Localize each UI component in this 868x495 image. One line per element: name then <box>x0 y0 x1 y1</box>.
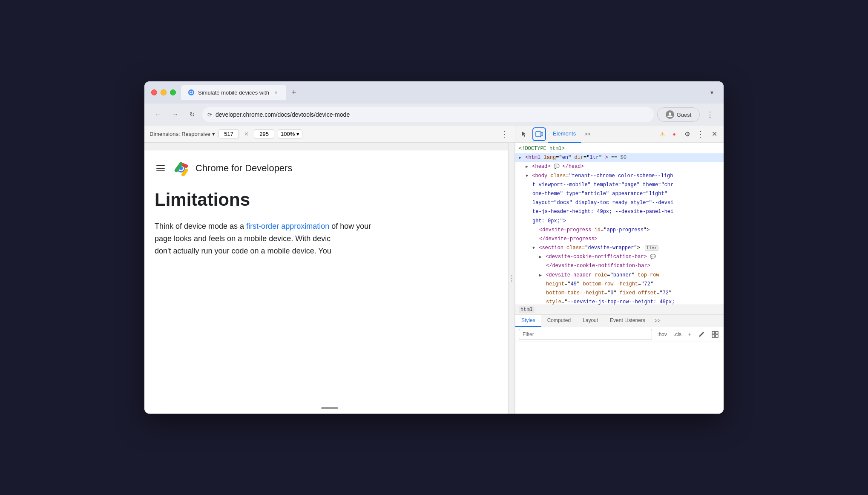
tab-elements[interactable]: Elements <box>548 126 581 143</box>
page-viewport: Dimensions: Responsive ▾ ✕ 100% ▾ ⋮ <box>144 126 515 414</box>
hamburger-line <box>156 165 165 166</box>
cursor-icon <box>521 131 528 138</box>
styles-filter-input[interactable] <box>519 329 652 340</box>
dom-line: t viewport--mobile" template="page" them… <box>515 181 724 190</box>
dom-line: ▶ <devsite-header role="banner" top-row-… <box>515 271 724 280</box>
devtools-close-button[interactable]: ✕ <box>708 128 720 140</box>
chrome-logo-icon <box>173 161 189 176</box>
page-paragraph-3: don't actually run your code on a mobile… <box>155 245 505 257</box>
resize-handle[interactable] <box>321 407 338 409</box>
dom-line: ght: 0px;"> <box>515 217 724 226</box>
devtools-more-button[interactable]: ⋮ <box>695 128 707 140</box>
dom-line: style="--devsite-js-top-row--height: 49p… <box>515 298 724 305</box>
body-text-1: Think of device mode as a <box>155 222 246 230</box>
device-mode-button[interactable] <box>532 127 546 141</box>
back-button[interactable]: ← <box>151 108 165 121</box>
dom-line: ▼ <section class="devsite-wrapper"> flex <box>515 244 724 253</box>
tab-computed[interactable]: Computed <box>541 315 577 327</box>
new-style-rule-icon <box>712 331 719 338</box>
refresh-button[interactable]: ↻ <box>185 108 199 121</box>
devtools-panel: Elements >> ⚠ ● ⚙ ⋮ <box>515 126 724 414</box>
warning-button[interactable]: ⚠ <box>657 129 667 139</box>
zoom-dropdown[interactable]: 100% ▾ <box>278 130 302 138</box>
zoom-label: 100% <box>281 131 295 137</box>
error-button[interactable]: ● <box>669 129 679 139</box>
svg-rect-12 <box>712 335 715 337</box>
browser-more-button[interactable]: ⋮ <box>703 108 717 121</box>
dom-line: <devsite-progress id="app-progress"> <box>515 226 724 235</box>
profile-label: Guest <box>677 112 692 118</box>
cls-filter-button[interactable]: .cls <box>672 331 683 338</box>
address-bar[interactable]: ⟳ developer.chrome.com/docs/devtools/dev… <box>202 107 654 122</box>
dom-line: ome-theme" type="article" appearance="li… <box>515 190 724 199</box>
dimensions-separator: ✕ <box>244 131 249 137</box>
body-link[interactable]: first-order approximation <box>246 222 329 230</box>
styles-tabs-more-button[interactable]: >> <box>651 315 664 326</box>
page-paragraph-2: page looks and feels on a mobile device.… <box>155 233 505 245</box>
tab-title: Simulate mobile devices with <box>198 89 269 96</box>
devtools-tabs: Elements >> <box>548 126 655 143</box>
window-dropdown-button[interactable]: ▾ <box>707 87 717 98</box>
hov-filter-button[interactable]: :hov <box>655 331 669 338</box>
dimensions-dropdown[interactable]: Dimensions: Responsive ▾ <box>149 131 215 137</box>
layout-tab-label: Layout <box>583 317 598 323</box>
tab-event-listeners[interactable]: Event Listeners <box>604 315 651 327</box>
address-url: developer.chrome.com/docs/devtools/devic… <box>216 111 350 118</box>
dom-viewer[interactable]: <!DOCTYPE html> ▶ <html lang="en" dir="l… <box>515 143 724 305</box>
minimize-button[interactable] <box>161 89 167 95</box>
hamburger-line <box>156 170 165 171</box>
add-style-button[interactable]: + <box>687 331 693 338</box>
maximize-button[interactable] <box>170 89 176 95</box>
hamburger-menu-button[interactable] <box>155 164 167 173</box>
svg-point-3 <box>669 112 671 115</box>
new-tab-button[interactable]: + <box>288 86 300 98</box>
main-content: Dimensions: Responsive ▾ ✕ 100% ▾ ⋮ <box>144 126 724 414</box>
height-input[interactable] <box>254 130 274 138</box>
resize-dot <box>511 278 512 279</box>
expand-arrow-icon: ▶ <box>539 255 542 259</box>
device-toolbar: Dimensions: Responsive ▾ ✕ 100% ▾ ⋮ <box>144 126 515 143</box>
profile-button[interactable]: Guest <box>657 107 700 122</box>
settings-gear-icon: ⚙ <box>684 130 690 138</box>
dom-line: layout="docs" display-toc ready style="-… <box>515 199 724 207</box>
devtools-settings-button[interactable]: ⚙ <box>681 128 693 140</box>
device-mode-icon <box>535 130 543 138</box>
browser-window: Simulate mobile devices with × + ▾ ← → ↻… <box>144 81 724 414</box>
dom-line: <!DOCTYPE html> <box>515 144 724 153</box>
forward-button[interactable]: → <box>168 108 182 121</box>
styles-action-1-button[interactable] <box>696 329 707 340</box>
width-input[interactable] <box>218 130 239 138</box>
styles-action-2-button[interactable] <box>710 329 720 340</box>
expand-arrow-icon: ▼ <box>526 174 528 178</box>
chrome-favicon-icon <box>188 89 195 96</box>
styles-panel: Styles Computed Layout Event Listeners >… <box>515 315 724 342</box>
dom-line-selected[interactable]: ▶ <html lang="en" dir="ltr" > == $0 <box>515 153 724 162</box>
warning-icon: ⚠ <box>660 131 665 138</box>
svg-marker-7 <box>522 132 526 137</box>
dom-line: height="49" bottom-row--height="72" <box>515 280 724 289</box>
devtools-tabs-more-button[interactable]: >> <box>581 131 594 137</box>
devtools-more-icon: ⋮ <box>697 130 704 139</box>
computed-tab-label: Computed <box>547 317 571 323</box>
edit-style-icon <box>698 331 705 338</box>
svg-rect-10 <box>712 331 715 334</box>
tab-layout[interactable]: Layout <box>577 315 604 327</box>
svg-rect-11 <box>716 331 718 334</box>
tab-styles[interactable]: Styles <box>515 315 541 327</box>
breadcrumb-tag[interactable]: html <box>519 306 535 313</box>
devtools-toolbar: Elements >> ⚠ ● ⚙ ⋮ <box>515 126 724 143</box>
close-button[interactable] <box>151 89 157 95</box>
device-toolbar-more-button[interactable]: ⋮ <box>499 130 510 139</box>
expand-arrow-icon: ▶ <box>519 155 521 160</box>
dom-line: te-js-header-height: 49px; --devsite-pan… <box>515 207 724 216</box>
active-tab[interactable]: Simulate mobile devices with × <box>181 85 286 100</box>
ruler <box>144 143 515 150</box>
flex-badge[interactable]: flex <box>645 245 658 251</box>
page-footer <box>144 402 515 414</box>
tab-close-button[interactable]: × <box>273 89 279 96</box>
dimensions-arrow-icon: ▾ <box>212 131 215 137</box>
dom-line: ▶ <devsite-cookie-notification-bar> 💬 <box>515 253 724 262</box>
inspect-element-button[interactable] <box>519 128 531 140</box>
page-resize-handle[interactable] <box>508 143 515 414</box>
styles-filter-row: :hov .cls + <box>515 327 724 342</box>
